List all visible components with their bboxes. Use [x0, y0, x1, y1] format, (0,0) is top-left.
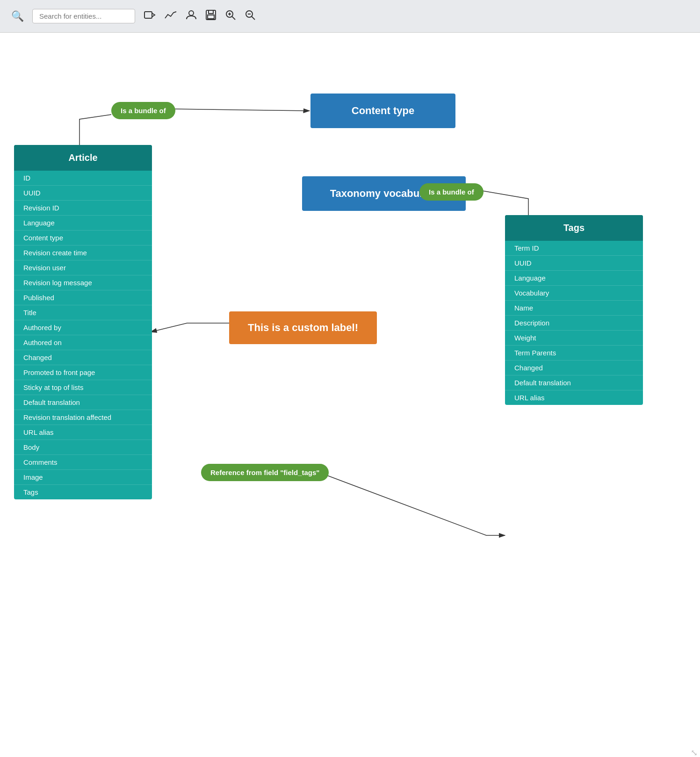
- field-promoted: Promoted to front page: [14, 365, 152, 380]
- article-header: Article: [14, 145, 152, 171]
- svg-line-8: [232, 16, 235, 20]
- zoom-in-icon[interactable]: [225, 9, 236, 23]
- article-node[interactable]: Article ID UUID Revision ID Language Con…: [14, 145, 152, 499]
- is-bundle-of-label-2[interactable]: Is a bundle of: [419, 183, 484, 201]
- resize-handle[interactable]: ⤡: [691, 748, 696, 753]
- svg-rect-3: [209, 10, 213, 14]
- field-tags: Tags: [14, 485, 152, 499]
- tag-icon[interactable]: [144, 10, 156, 23]
- svg-line-12: [173, 109, 310, 111]
- search-input[interactable]: [32, 9, 135, 23]
- custom-label[interactable]: This is a custom label!: [229, 311, 377, 344]
- tag-field-language: Language: [505, 271, 643, 286]
- field-image: Image: [14, 470, 152, 485]
- search-icon[interactable]: 🔍: [11, 10, 24, 22]
- content-type-label: Content type: [352, 105, 414, 117]
- field-body: Body: [14, 440, 152, 455]
- field-content-type: Content type: [14, 231, 152, 245]
- field-revision-translation: Revision translation affected: [14, 410, 152, 425]
- content-type-node[interactable]: Content type: [310, 94, 455, 128]
- field-published: Published: [14, 290, 152, 305]
- tag-field-vocabulary: Vocabulary: [505, 286, 643, 301]
- svg-rect-4: [208, 15, 214, 19]
- field-comments: Comments: [14, 455, 152, 470]
- field-sticky: Sticky at top of lists: [14, 380, 152, 395]
- field-id: ID: [14, 171, 152, 186]
- tags-header: Tags: [505, 215, 643, 241]
- trend-icon[interactable]: [164, 10, 177, 23]
- tags-node[interactable]: Tags Term ID UUID Language Vocabulary Na…: [505, 215, 643, 405]
- tag-field-changed: Changed: [505, 360, 643, 375]
- field-default-translation: Default translation: [14, 395, 152, 410]
- toolbar: 🔍: [0, 0, 700, 33]
- tag-field-url-alias: URL alias: [505, 390, 643, 405]
- svg-point-1: [189, 11, 194, 15]
- save-icon[interactable]: [205, 9, 216, 23]
- field-changed: Changed: [14, 350, 152, 365]
- field-revision-user: Revision user: [14, 260, 152, 275]
- zoom-out-icon[interactable]: [245, 9, 256, 23]
- tag-field-term-parents: Term Parents: [505, 346, 643, 360]
- tag-field-uuid: UUID: [505, 256, 643, 271]
- tag-field-term-id: Term ID: [505, 241, 643, 256]
- field-uuid: UUID: [14, 186, 152, 201]
- tag-field-weight: Weight: [505, 331, 643, 346]
- field-url-alias: URL alias: [14, 425, 152, 440]
- field-revision-create-time: Revision create time: [14, 245, 152, 260]
- field-title: Title: [14, 305, 152, 320]
- reference-label[interactable]: Reference from field "field_tags": [201, 464, 329, 481]
- person-icon[interactable]: [186, 9, 197, 23]
- svg-line-11: [252, 16, 255, 20]
- tag-field-default-translation: Default translation: [505, 375, 643, 390]
- field-authored-on: Authored on: [14, 335, 152, 350]
- tag-field-name: Name: [505, 301, 643, 316]
- field-authored-by: Authored by: [14, 320, 152, 335]
- canvas: Content type Taxonomy vocabulary Article…: [0, 33, 700, 757]
- tag-field-description: Description: [505, 316, 643, 331]
- svg-rect-0: [144, 12, 152, 18]
- is-bundle-of-label-1[interactable]: Is a bundle of: [111, 102, 175, 119]
- field-revision-log: Revision log message: [14, 275, 152, 290]
- field-revision-id: Revision ID: [14, 201, 152, 216]
- field-language: Language: [14, 216, 152, 231]
